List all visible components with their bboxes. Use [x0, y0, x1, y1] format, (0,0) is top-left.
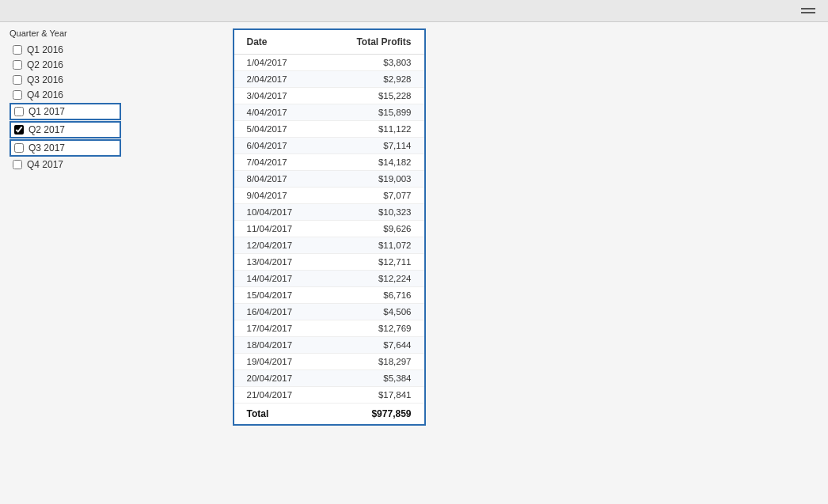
cell-profit-18: $18,297: [323, 354, 423, 370]
sidebar-filter-item-6[interactable]: Q3 2017: [9, 139, 121, 157]
table-container: Date Total Profits 1/04/2017$3,8032/04/2…: [233, 28, 426, 426]
sidebar-title: Quarter & Year: [9, 28, 121, 38]
table-row: 8/04/2017$19,003: [234, 171, 424, 188]
table-row: 3/04/2017$15,228: [234, 88, 424, 104]
cell-profit-5: $7,114: [323, 138, 423, 154]
filter-checkbox-3[interactable]: [13, 90, 22, 100]
cell-date-4: 5/04/2017: [234, 121, 324, 138]
cell-date-7: 8/04/2017: [234, 171, 324, 188]
table-row: 12/04/2017$11,072: [234, 237, 424, 254]
table-row: 7/04/2017$14,182: [234, 154, 424, 171]
filter-checkbox-1[interactable]: [13, 60, 22, 70]
cell-profit-19: $5,384: [323, 370, 423, 387]
filter-label-2: Q3 2016: [27, 74, 63, 85]
sidebar-filter-item-2[interactable]: Q3 2016: [9, 73, 121, 87]
filter-label-0: Q1 2016: [27, 44, 63, 55]
table-row: 10/04/2017$10,323: [234, 204, 424, 221]
data-table: Date Total Profits 1/04/2017$3,8032/04/2…: [234, 30, 424, 424]
cell-profit-12: $12,711: [323, 254, 423, 271]
cell-date-17: 18/04/2017: [234, 337, 324, 354]
cell-profit-10: $9,626: [323, 221, 423, 237]
filter-label-7: Q4 2017: [27, 159, 63, 170]
cell-profit-15: $4,506: [323, 304, 423, 320]
sidebar-filter-item-7[interactable]: Q4 2017: [9, 157, 121, 172]
cell-date-9: 10/04/2017: [234, 204, 324, 221]
table-row: 2/04/2017$2,928: [234, 71, 424, 88]
cell-date-11: 12/04/2017: [234, 237, 324, 254]
table-row: 19/04/2017$18,297: [234, 354, 424, 370]
filter-list: Q1 2016Q2 2016Q3 2016Q4 2016Q1 2017Q2 20…: [9, 43, 121, 172]
top-bar: [0, 0, 828, 22]
cell-profit-14: $6,716: [323, 287, 423, 304]
cell-date-19: 20/04/2017: [234, 370, 324, 387]
sidebar: Quarter & Year Q1 2016Q2 2016Q3 2016Q4 2…: [0, 22, 131, 504]
table-row: 1/04/2017$3,803: [234, 55, 424, 71]
sidebar-filter-item-5[interactable]: Q2 2017: [9, 121, 121, 138]
cell-date-10: 11/04/2017: [234, 221, 324, 237]
cell-date-16: 17/04/2017: [234, 320, 324, 337]
cell-date-14: 15/04/2017: [234, 287, 324, 304]
cell-date-20: 21/04/2017: [234, 387, 324, 404]
filter-checkbox-7[interactable]: [13, 160, 22, 169]
cell-profit-16: $12,769: [323, 320, 423, 337]
cell-profit-11: $11,072: [323, 237, 423, 254]
cell-date-1: 2/04/2017: [234, 71, 324, 88]
table-row: 15/04/2017$6,716: [234, 287, 424, 304]
cell-date-2: 3/04/2017: [234, 88, 324, 104]
sidebar-filter-item-4[interactable]: Q1 2017: [9, 103, 121, 120]
cell-profit-6: $14,182: [323, 154, 423, 171]
cell-profit-20: $17,841: [323, 387, 423, 404]
sidebar-filter-item-0[interactable]: Q1 2016: [9, 43, 121, 57]
data-panel: Date Total Profits 1/04/2017$3,8032/04/2…: [131, 22, 527, 504]
table-row: 11/04/2017$9,626: [234, 221, 424, 237]
table-row: 5/04/2017$11,122: [234, 121, 424, 138]
cell-date-8: 9/04/2017: [234, 188, 324, 204]
table-row: 9/04/2017$7,077: [234, 188, 424, 204]
table-row: 16/04/2017$4,506: [234, 304, 424, 320]
main-content: Quarter & Year Q1 2016Q2 2016Q3 2016Q4 2…: [0, 22, 828, 504]
cell-date-18: 19/04/2017: [234, 354, 324, 370]
cell-date-3: 4/04/2017: [234, 104, 324, 121]
cell-date-13: 14/04/2017: [234, 271, 324, 287]
table-row: 21/04/2017$17,841: [234, 387, 424, 404]
cell-profit-9: $10,323: [323, 204, 423, 221]
col-profits-header: Total Profits: [323, 30, 423, 55]
table-row: 18/04/2017$7,644: [234, 337, 424, 354]
cell-profit-7: $19,003: [323, 171, 423, 188]
sidebar-filter-item-3[interactable]: Q4 2016: [9, 88, 121, 102]
cell-profit-0: $3,803: [323, 55, 423, 71]
filter-label-4: Q1 2017: [28, 106, 65, 117]
right-area: [527, 22, 828, 504]
table-row: 20/04/2017$5,384: [234, 370, 424, 387]
cell-profit-2: $15,228: [323, 88, 423, 104]
hamburger-menu-icon[interactable]: [801, 8, 815, 13]
table-footer-row: Total $977,859: [234, 404, 424, 425]
table-body: 1/04/2017$3,8032/04/2017$2,9283/04/2017$…: [234, 55, 424, 404]
cell-profit-1: $2,928: [323, 71, 423, 88]
cell-date-5: 6/04/2017: [234, 138, 324, 154]
sidebar-filter-item-1[interactable]: Q2 2016: [9, 58, 121, 72]
filter-checkbox-6[interactable]: [14, 143, 24, 153]
table-row: 17/04/2017$12,769: [234, 320, 424, 337]
table-row: 6/04/2017$7,114: [234, 138, 424, 154]
filter-label-3: Q4 2016: [27, 89, 63, 100]
filter-label-1: Q2 2016: [27, 59, 63, 70]
filter-checkbox-0[interactable]: [13, 45, 22, 55]
cell-date-0: 1/04/2017: [234, 55, 324, 71]
table-row: 13/04/2017$12,711: [234, 254, 424, 271]
table-header-row: Date Total Profits: [234, 30, 424, 55]
cell-profit-3: $15,899: [323, 104, 423, 121]
cell-profit-4: $11,122: [323, 121, 423, 138]
filter-checkbox-2[interactable]: [13, 75, 22, 85]
filter-label-6: Q3 2017: [28, 142, 65, 153]
cell-profit-8: $7,077: [323, 188, 423, 204]
table-row: 4/04/2017$15,899: [234, 104, 424, 121]
total-label: Total: [234, 404, 324, 425]
filter-checkbox-5[interactable]: [14, 125, 24, 135]
total-value: $977,859: [323, 404, 423, 425]
table-row: 14/04/2017$12,224: [234, 271, 424, 287]
cell-date-15: 16/04/2017: [234, 304, 324, 320]
cell-profit-17: $7,644: [323, 337, 423, 354]
filter-checkbox-4[interactable]: [14, 107, 24, 116]
cell-date-6: 7/04/2017: [234, 154, 324, 171]
